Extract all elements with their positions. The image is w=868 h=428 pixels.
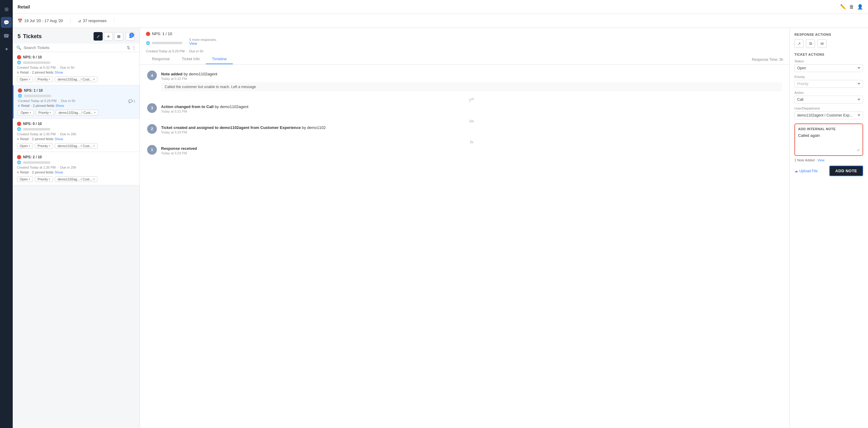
upload-file-link[interactable]: ☁ Upload File xyxy=(795,169,818,173)
created-label: Created Today at 1:35 PM xyxy=(17,132,56,136)
separator: · xyxy=(58,132,58,136)
timeline-time: Today at 5:29 PM xyxy=(161,130,782,134)
edit-icon[interactable]: ✏️ xyxy=(840,4,846,10)
note-view-link[interactable]: View xyxy=(817,158,825,162)
comment-count: 💬 1 xyxy=(128,99,135,103)
nps-row: NPS: 0 / 10 xyxy=(17,122,135,126)
nav-icon-phone[interactable]: ☎ xyxy=(1,30,12,41)
email-btn[interactable]: ✉ xyxy=(817,39,827,48)
timeline-content: Response received Today at 5:29 PM xyxy=(161,145,782,155)
add-note-section: ADD INTERNAL NOTE Called again xyxy=(795,123,863,156)
user-icon[interactable]: 👤 xyxy=(857,4,863,10)
timeline-item: 1 Response received Today at 5:29 PM xyxy=(147,145,782,155)
timeline-area: 4 Note added by demo1102agent Today at 5… xyxy=(140,64,789,428)
status-badge[interactable]: Open ▾ xyxy=(18,110,34,115)
sort-icon[interactable]: ⇅ xyxy=(127,45,130,50)
retail-icon: ≡ xyxy=(18,104,20,108)
user-dept-select[interactable]: demo1102agent / Customer Exp... xyxy=(795,112,863,119)
ticket-card[interactable]: NPS: 0 / 10 🌐 Created Today at 1:35 PM ·… xyxy=(13,119,140,152)
timeline-gap: 2m xyxy=(161,119,782,123)
priority-badge[interactable]: Priority ▾ xyxy=(35,77,53,82)
priority-badge[interactable]: Priority ▾ xyxy=(35,177,53,182)
tab-response[interactable]: Response xyxy=(146,54,176,64)
dot-sep: · xyxy=(30,70,31,74)
priority-select[interactable]: Priority Low Medium High Urgent xyxy=(795,80,863,88)
assignee-badge[interactable]: demo1102ag... / Cust... ▾ xyxy=(55,77,97,82)
ticket-card[interactable]: NPS: 1 / 10 🌐 Created Today at 5:29 PM ·… xyxy=(13,85,140,119)
expand-view-btn[interactable]: ⤢ xyxy=(94,32,103,40)
retail-icon: ≡ xyxy=(17,137,19,141)
responses-filter[interactable]: ⊿ 37 responses xyxy=(78,19,114,23)
copy-btn[interactable]: ⧉ xyxy=(806,39,815,48)
note-footer: 1 Note Added . View xyxy=(795,158,863,162)
pinned-label: 2 pinned fields xyxy=(32,137,54,141)
timeline-title: Response received xyxy=(161,146,782,151)
detail-nps-score: NPS: 1 / 10 xyxy=(152,31,172,36)
separator: · xyxy=(58,66,58,69)
response-actions-title: RESPONSE ACTIONS xyxy=(795,33,863,36)
content-area: 5 Tickets ⤢ ≡ ⊞ ⊿ 1 🔍 xyxy=(13,28,868,428)
grid-view-btn[interactable]: ⊞ xyxy=(114,32,123,40)
show-link[interactable]: Show xyxy=(55,137,63,141)
timeline-note: Called the customer but unable to reach.… xyxy=(161,82,782,91)
detail-header: NPS: 1 / 10 🌐 · 5 more responses. View C… xyxy=(140,28,789,64)
nav-icon-grid[interactable]: ⊞ xyxy=(1,4,12,14)
tickets-label: Tickets xyxy=(23,33,42,40)
timeline-gap: 2s xyxy=(161,140,782,144)
ticket-actions-row: Open ▾ Priority ▾ demo1102ag... / Cust..… xyxy=(17,143,135,149)
action-select[interactable]: Call Email Chat xyxy=(795,96,863,103)
nav-icon-chat[interactable]: 💬 xyxy=(1,17,12,28)
priority-badge[interactable]: Priority ▾ xyxy=(36,110,54,115)
priority-field-label: Priority xyxy=(795,75,863,79)
top-bar-actions: ✏️ 🗑 👤 xyxy=(840,4,863,10)
show-link[interactable]: Show xyxy=(55,171,63,174)
status-badge[interactable]: Open ▾ xyxy=(17,143,33,149)
nps-row: NPS: 0 / 10 xyxy=(17,55,135,59)
status-badge[interactable]: Open ▾ xyxy=(17,77,33,82)
more-icon[interactable]: ⋮ xyxy=(132,45,136,50)
ticket-actions-row: Open ▾ Priority ▾ demo1102ag... / Cust..… xyxy=(17,77,135,82)
list-view-btn[interactable]: ≡ xyxy=(104,32,113,40)
upload-label: Upload File xyxy=(799,169,818,173)
detail-dates: Created Today at 5:29 PM · Due in 5h xyxy=(146,49,783,53)
date-range-filter[interactable]: 📅 19 Jul '20 - 17 Aug '20 xyxy=(18,19,70,23)
ticket-card[interactable]: NPS: 0 / 10 🌐 Created Today at 5:32 PM ·… xyxy=(13,52,140,85)
show-link[interactable]: Show xyxy=(56,104,64,108)
timeline-title: Note added by demo1102agent xyxy=(161,72,782,76)
tickets-header: 5 Tickets ⤢ ≡ ⊞ ⊿ 1 xyxy=(13,28,140,43)
main-content: Retail ✏️ 🗑 👤 📅 19 Jul '20 - 17 Aug '20 … xyxy=(13,0,868,428)
ticket-actions-title: TICKET ACTIONS xyxy=(795,53,863,56)
show-link[interactable]: Show xyxy=(55,70,63,74)
ticket-retail: ≡ Retail · 2 pinned fields Show xyxy=(17,70,135,74)
contact-bar xyxy=(23,128,50,130)
detail-view-link[interactable]: View xyxy=(189,41,217,46)
status-badge[interactable]: Open ▾ xyxy=(17,177,33,182)
retail-label: Retail xyxy=(20,137,28,141)
assignee-badge[interactable]: demo1102ag... / Cust... ▾ xyxy=(55,143,97,149)
external-link-btn[interactable]: ↗ xyxy=(795,39,804,48)
filter-icon: ⊿ xyxy=(78,19,81,23)
nav-icon-star[interactable]: ✦ xyxy=(1,43,12,55)
timeline-gap: 215 xyxy=(161,97,782,102)
detail-nps-dot xyxy=(146,32,150,36)
nps-row: NPS: 2 / 10 xyxy=(17,155,135,159)
date-range-label: 19 Jul '20 - 17 Aug '20 xyxy=(24,19,63,23)
timeline-content: Ticket created and assigned to demo1102a… xyxy=(161,124,782,134)
ticket-actions-row: Open ▾ Priority ▾ demo1102ag... / Cust..… xyxy=(17,177,135,182)
ticket-actions-row: Open ▾ Priority ▾ demo1102ag... / Cust..… xyxy=(18,110,135,115)
assignee-badge[interactable]: demo1102ag... / Cust... ▾ xyxy=(55,177,97,182)
add-note-textarea[interactable]: Called again xyxy=(798,133,860,151)
add-note-btn[interactable]: ADD NOTE xyxy=(829,165,863,176)
ticket-card[interactable]: NPS: 2 / 10 🌐 Created Today at 1:35 PM ·… xyxy=(13,152,140,185)
tabs-row: Response Ticket Info Timeline Response T… xyxy=(146,54,783,64)
assignee-badge[interactable]: demo1102ag... / Cust... ▾ xyxy=(56,110,98,115)
ticket-actions-section: TICKET ACTIONS Status Open Closed Pendin… xyxy=(795,53,863,119)
search-input[interactable] xyxy=(24,45,124,50)
status-select[interactable]: Open Closed Pending xyxy=(795,64,863,72)
detail-more-responses: 5 more responses. View xyxy=(189,38,217,48)
user-dept-field-label: User/Department xyxy=(795,106,863,110)
priority-badge[interactable]: Priority ▾ xyxy=(35,143,53,149)
tab-timeline[interactable]: Timeline xyxy=(206,54,233,64)
delete-icon[interactable]: 🗑 xyxy=(849,4,854,10)
tab-ticket-info[interactable]: Ticket Info xyxy=(176,54,206,64)
